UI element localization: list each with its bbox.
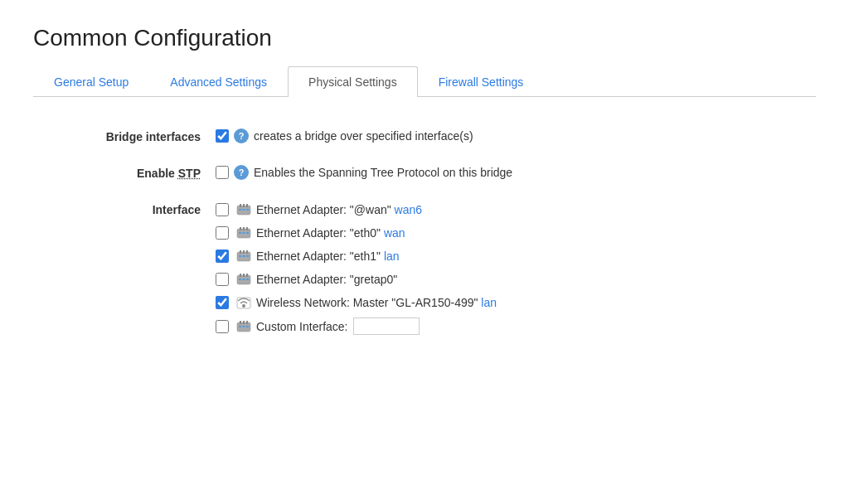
svg-rect-12 [243, 232, 245, 234]
ethernet-icon [235, 248, 252, 264]
iface-custom-text: Custom Interface: [256, 320, 348, 333]
svg-point-28 [242, 304, 245, 308]
svg-rect-6 [246, 209, 249, 211]
bridge-interfaces-row: Bridge interfaces ? creates a bridge ove… [33, 120, 816, 157]
list-item: Ethernet Adapter: "gretap0" [216, 271, 816, 288]
svg-rect-2 [243, 204, 245, 207]
page-title: Common Configuration [33, 25, 816, 51]
svg-rect-18 [239, 255, 241, 257]
interface-custom-checkbox[interactable] [216, 320, 229, 333]
svg-rect-4 [239, 209, 241, 211]
svg-rect-25 [239, 279, 241, 280]
svg-rect-35 [243, 326, 245, 327]
enable-stp-description: Enables the Spanning Tree Protocol on th… [254, 166, 512, 179]
interface-wan-checkbox[interactable] [216, 226, 229, 240]
iface-eth1-badge[interactable]: lan [384, 250, 400, 263]
svg-rect-27 [246, 279, 249, 280]
iface-wan-text: Ethernet Adapter: "eth0" [256, 226, 381, 240]
wifi-icon [235, 294, 252, 311]
list-item: Custom Interface: [216, 317, 816, 335]
svg-rect-3 [246, 204, 248, 207]
list-item: Wireless Network: Master "GL-AR150-499" … [216, 294, 816, 311]
svg-rect-19 [243, 255, 245, 257]
interface-eth1-label: Ethernet Adapter: "eth1" lan [235, 248, 400, 264]
svg-rect-11 [239, 232, 241, 234]
interface-custom-label: Custom Interface: [235, 317, 420, 335]
bridge-interfaces-help-icon[interactable]: ? [234, 128, 249, 143]
svg-rect-8 [240, 227, 241, 230]
interface-gretap0-checkbox[interactable] [216, 273, 229, 286]
svg-rect-16 [243, 250, 245, 254]
list-item: Ethernet Adapter: "eth1" lan [216, 248, 816, 264]
svg-rect-17 [246, 250, 248, 254]
svg-rect-32 [243, 321, 245, 324]
svg-rect-20 [246, 255, 249, 257]
svg-rect-31 [240, 321, 241, 324]
enable-stp-control: ? Enables the Spanning Tree Protocol on … [216, 157, 816, 193]
enable-stp-label: Enable STP [33, 157, 216, 193]
iface-wan6-badge[interactable]: wan6 [395, 203, 422, 216]
iface-wan-badge[interactable]: wan [384, 226, 405, 240]
bridge-interfaces-checkbox[interactable] [216, 129, 229, 143]
svg-rect-10 [246, 227, 248, 230]
tabs-nav: General Setup Advanced Settings Physical… [33, 66, 816, 97]
interface-label: Interface [33, 193, 216, 350]
list-item: Ethernet Adapter: "@wan" wan6 [216, 201, 816, 218]
ethernet-icon [235, 225, 252, 241]
ethernet-icon [235, 201, 252, 218]
iface-wireless-badge[interactable]: lan [481, 296, 497, 309]
tab-firewall[interactable]: Firewall Settings [418, 66, 545, 97]
enable-stp-checkbox[interactable] [216, 166, 229, 179]
svg-rect-9 [243, 227, 245, 230]
ethernet-icon [235, 271, 252, 288]
iface-eth1-text: Ethernet Adapter: "eth1" [256, 250, 381, 263]
svg-rect-24 [246, 274, 248, 277]
iface-wireless-text: Wireless Network: Master "GL-AR150-499" [256, 296, 478, 309]
bridge-interfaces-control: ? creates a bridge over specified interf… [216, 120, 816, 157]
ethernet-icon [235, 318, 252, 335]
svg-rect-15 [240, 250, 241, 254]
interface-eth1-checkbox[interactable] [216, 250, 229, 263]
list-item: Ethernet Adapter: "eth0" wan [216, 225, 816, 241]
svg-rect-23 [243, 274, 245, 277]
svg-rect-5 [243, 209, 245, 211]
enable-stp-help-icon[interactable]: ? [234, 165, 249, 180]
enable-stp-row: Enable STP ? Enables the Spanning Tree P… [33, 157, 816, 193]
bridge-interfaces-description: creates a bridge over specified interfac… [254, 129, 473, 143]
interface-wireless-checkbox[interactable] [216, 296, 229, 309]
interface-wan6-label: Ethernet Adapter: "@wan" wan6 [235, 201, 422, 218]
svg-rect-26 [243, 279, 245, 280]
interface-wireless-label: Wireless Network: Master "GL-AR150-499" … [235, 294, 497, 311]
svg-rect-33 [246, 321, 248, 324]
bridge-interfaces-label: Bridge interfaces [33, 120, 216, 157]
iface-wan6-text: Ethernet Adapter: "@wan" [256, 203, 391, 216]
svg-rect-22 [240, 274, 241, 277]
svg-rect-36 [246, 326, 249, 327]
stp-underline: STP [178, 167, 201, 180]
interface-gretap0-label: Ethernet Adapter: "gretap0" [235, 271, 397, 288]
custom-interface-input[interactable] [353, 317, 420, 335]
svg-rect-13 [246, 232, 249, 234]
svg-rect-34 [239, 326, 241, 327]
interface-control: Ethernet Adapter: "@wan" wan6 [216, 193, 816, 350]
svg-rect-1 [240, 204, 241, 207]
iface-gretap0-text: Ethernet Adapter: "gretap0" [256, 273, 397, 286]
interface-wan6-checkbox[interactable] [216, 203, 229, 216]
tab-advanced[interactable]: Advanced Settings [149, 66, 288, 97]
tab-physical[interactable]: Physical Settings [288, 66, 418, 97]
tab-general[interactable]: General Setup [33, 66, 149, 97]
interface-row: Interface Ethernet Adapter: "@wan" [33, 193, 816, 350]
form-section: Bridge interfaces ? creates a bridge ove… [33, 120, 816, 350]
interface-wan-label: Ethernet Adapter: "eth0" wan [235, 225, 405, 241]
